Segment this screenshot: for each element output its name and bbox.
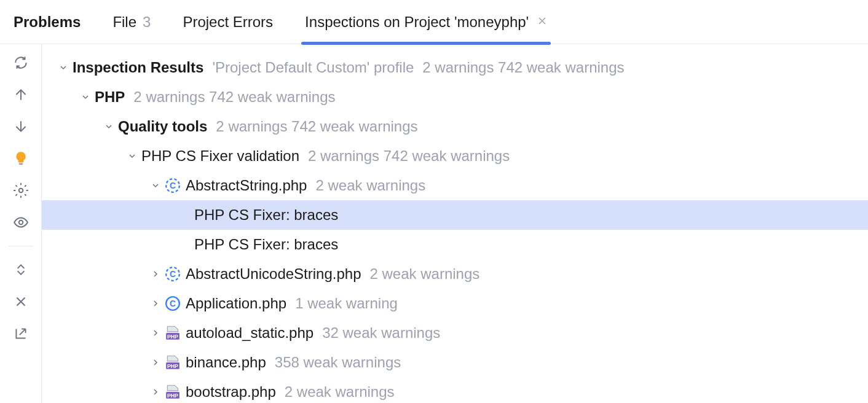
tree-item-label: AbstractString.php xyxy=(186,177,307,194)
class-icon: C xyxy=(165,178,181,194)
inspection-tree: Inspection Results'Project Default Custo… xyxy=(42,44,868,403)
collapse-icon[interactable] xyxy=(11,292,31,311)
bulb-icon[interactable] xyxy=(11,149,31,168)
tree-issue[interactable]: PHP CS Fixer: braces xyxy=(42,230,868,259)
chevron-down-icon[interactable] xyxy=(58,62,69,73)
warning-summary: 2 warnings 742 weak warnings xyxy=(216,118,417,135)
warning-summary: 2 warnings 742 weak warnings xyxy=(308,147,510,165)
tab-project-errors-label: Project Errors xyxy=(183,14,273,31)
tree-quality-tools[interactable]: Quality tools2 warnings 742 weak warning… xyxy=(42,112,868,141)
close-icon[interactable] xyxy=(537,15,547,29)
php-file-icon: PHP xyxy=(165,325,181,341)
class-icon: C xyxy=(165,295,181,311)
chevron-right-icon[interactable] xyxy=(150,386,161,397)
chevron-down-icon[interactable] xyxy=(150,180,161,191)
svg-text:PHP: PHP xyxy=(167,363,178,369)
tab-problems[interactable]: Problems xyxy=(7,0,97,44)
eye-icon[interactable] xyxy=(11,213,31,232)
refresh-icon[interactable] xyxy=(11,53,31,72)
export-icon[interactable] xyxy=(11,324,31,343)
tab-file-count: 3 xyxy=(143,14,151,31)
chevron-right-icon[interactable] xyxy=(150,357,161,368)
class-icon: C xyxy=(165,266,181,282)
warning-summary: 2 weak warnings xyxy=(285,383,395,401)
arrow-up-icon[interactable] xyxy=(11,85,31,104)
tree-item-label: PHP CS Fixer: braces xyxy=(194,206,338,224)
svg-rect-0 xyxy=(18,163,23,165)
svg-point-1 xyxy=(18,189,23,193)
tree-item-label: binance.php xyxy=(186,354,266,371)
svg-point-2 xyxy=(18,221,23,225)
sidebar-separator xyxy=(9,246,33,246)
arrow-down-icon[interactable] xyxy=(11,117,31,136)
tab-inspections[interactable]: Inspections on Project 'moneyphp' xyxy=(289,0,563,44)
tree-item-label: bootstrap.php xyxy=(186,383,276,401)
tree-item-label: Inspection Results xyxy=(73,59,203,76)
tree-file[interactable]: CApplication.php1 weak warning xyxy=(42,289,868,318)
tab-inspections-label: Inspections on Project 'moneyphp' xyxy=(305,14,529,31)
php-file-icon: PHP xyxy=(165,384,181,400)
warning-summary: 2 warnings 742 weak warnings xyxy=(133,88,335,106)
tab-file[interactable]: File 3 xyxy=(97,0,167,44)
warning-summary: 2 weak warnings xyxy=(315,177,425,194)
tree-file[interactable]: PHPautoload_static.php32 weak warnings xyxy=(42,318,868,348)
tree-issue[interactable]: PHP CS Fixer: braces xyxy=(42,200,868,230)
warning-summary: 32 weak warnings xyxy=(322,324,440,342)
warning-summary: 2 warnings 742 weak warnings xyxy=(422,59,624,76)
svg-text:PHP: PHP xyxy=(167,334,178,340)
tree-item-label: Quality tools xyxy=(118,118,207,135)
svg-text:C: C xyxy=(170,269,176,279)
tree-item-label: PHP CS Fixer: braces xyxy=(194,236,338,253)
warning-summary: 2 weak warnings xyxy=(370,265,480,283)
profile-text: 'Project Default Custom' profile xyxy=(212,59,414,76)
tree-validation[interactable]: PHP CS Fixer validation2 warnings 742 we… xyxy=(42,141,868,171)
chevron-down-icon[interactable] xyxy=(127,151,138,162)
tree-item-label: PHP CS Fixer validation xyxy=(141,147,299,165)
chevron-right-icon[interactable] xyxy=(150,268,161,280)
tree-file[interactable]: PHPbootstrap.php2 weak warnings xyxy=(42,377,868,403)
warning-summary: 358 weak warnings xyxy=(275,354,401,371)
chevron-right-icon[interactable] xyxy=(150,327,161,338)
tab-problems-label: Problems xyxy=(14,14,81,31)
tab-file-label: File xyxy=(112,14,136,31)
tree-file[interactable]: PHPbinance.php358 weak warnings xyxy=(42,348,868,377)
tree-item-label: autoload_static.php xyxy=(186,324,314,342)
tree-item-label: PHP xyxy=(95,88,125,106)
tree-item-label: Application.php xyxy=(186,295,286,312)
expand-icon[interactable] xyxy=(11,260,31,280)
tree-root[interactable]: Inspection Results'Project Default Custo… xyxy=(42,53,868,82)
php-file-icon: PHP xyxy=(165,354,181,370)
chevron-right-icon[interactable] xyxy=(150,298,161,309)
tree-file[interactable]: CAbstractString.php2 weak warnings xyxy=(42,171,868,200)
svg-text:PHP: PHP xyxy=(167,393,178,399)
tree-item-label: AbstractUnicodeString.php xyxy=(186,265,361,283)
svg-text:C: C xyxy=(170,181,176,190)
tab-project-errors[interactable]: Project Errors xyxy=(167,0,289,44)
tree-php[interactable]: PHP2 warnings 742 weak warnings xyxy=(42,82,868,112)
sidebar xyxy=(0,44,42,403)
tree-file[interactable]: CAbstractUnicodeString.php2 weak warning… xyxy=(42,259,868,289)
svg-text:C: C xyxy=(170,299,176,308)
warning-summary: 1 weak warning xyxy=(295,295,398,312)
chevron-down-icon[interactable] xyxy=(103,121,114,132)
tabs-bar: Problems File 3 Project Errors Inspectio… xyxy=(0,0,868,44)
chevron-down-icon[interactable] xyxy=(80,92,91,103)
gear-icon[interactable] xyxy=(11,181,31,200)
